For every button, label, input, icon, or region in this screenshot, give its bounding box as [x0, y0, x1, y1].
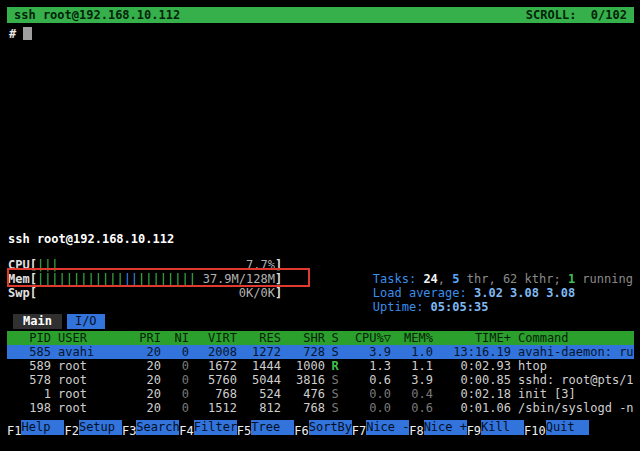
cell-ni: 0 [161, 359, 189, 373]
cell-res: 1272 [237, 345, 281, 359]
mem-meter: Mem[||||||||||||||||||||||37.9M/128M] [7, 272, 307, 286]
cell-shr: 728 [281, 345, 325, 359]
cell-pri: 20 [127, 401, 161, 415]
table-row[interactable]: 1 root 20 0 768 524 476 S 0.0 0.4 0:02.1… [7, 387, 634, 401]
table-header-row[interactable]: PID USER PRI NI VIRT RES SHR S CPU%▽ MEM… [7, 331, 634, 345]
cell-ni: 0 [161, 387, 189, 401]
fkey-action: Quit [546, 420, 589, 435]
header-pri[interactable]: PRI [127, 331, 161, 345]
cell-ni: 0 [161, 373, 189, 387]
prompt-symbol: # [9, 27, 16, 41]
cell-cpu: 3.9 [345, 345, 391, 359]
cell-virt: 768 [189, 387, 237, 401]
table-row[interactable]: 589 root 20 0 1672 1444 1000 R 1.3 1.1 0… [7, 359, 634, 373]
cell-time: 13:16.19 [433, 345, 511, 359]
header-user[interactable]: USER [51, 331, 127, 345]
fkey-kill[interactable]: F9Kill [467, 420, 524, 435]
header-virt[interactable]: VIRT [189, 331, 237, 345]
table-row-selected[interactable]: 585 avahi 20 0 2008 1272 728 S 3.9 1.0 1… [7, 345, 634, 359]
cell-virt: 1512 [189, 401, 237, 415]
cell-ni: 0 [161, 345, 189, 359]
fkey-tree[interactable]: F5Tree [237, 420, 294, 435]
header-state[interactable]: S [325, 331, 345, 345]
header-mem[interactable]: MEM% [391, 331, 433, 345]
cell-res: 5044 [237, 373, 281, 387]
fkey-search[interactable]: F3Search [122, 420, 179, 435]
table-row[interactable]: 578 root 20 0 5760 5044 3816 S 0.6 3.9 0… [7, 373, 634, 387]
fkey-label: F3 [122, 424, 136, 438]
cell-pri: 20 [127, 387, 161, 401]
cell-cpu: 0.0 [345, 401, 391, 415]
cell-command: init [3] [511, 387, 634, 401]
cell-pid: 589 [7, 359, 51, 373]
bracket: ] [275, 258, 282, 272]
cell-cpu: 0.6 [345, 373, 391, 387]
bracket: ] [275, 286, 282, 300]
tab-io[interactable]: I/O [67, 314, 105, 329]
cell-pid: 578 [7, 373, 51, 387]
cell-res: 812 [237, 401, 281, 415]
shell-prompt[interactable]: # [9, 26, 32, 41]
fkey-action: Setup [79, 420, 122, 435]
swap-meter-value: 0K/0K [239, 286, 275, 300]
uptime-label: Uptime: [373, 300, 431, 314]
cpu-meter-value: 7.7% [246, 258, 275, 272]
cell-cpu: 1.3 [345, 359, 391, 373]
cell-command: /sbin/syslogd -n [511, 401, 634, 415]
header-cpu-sort[interactable]: CPU%▽ [345, 331, 391, 345]
fkey-quit[interactable]: F10Quit [524, 420, 589, 435]
header-command[interactable]: Command [511, 331, 634, 345]
fkey-action: Nice + [424, 420, 467, 435]
header-ni[interactable]: NI [161, 331, 189, 345]
fkey-label: F9 [467, 424, 481, 438]
header-time[interactable]: TIME+ [433, 331, 511, 345]
fkey-label: F10 [524, 424, 546, 438]
bottom-pane: ssh root@192.168.10.112 CPU[|||7.7%] Tas… [7, 231, 634, 415]
cell-time: 0:02.93 [433, 359, 511, 373]
tab-main[interactable]: Main [13, 314, 62, 329]
running-suffix: running [575, 272, 633, 286]
fkey-action: SortBy [309, 420, 352, 435]
cpu-meter-label: CPU [8, 258, 30, 272]
cell-pid: 1 [7, 387, 51, 401]
fkey-sortby[interactable]: F6SortBy [294, 420, 351, 435]
fkey-action: Nice - [366, 420, 409, 435]
header-shr[interactable]: SHR [281, 331, 325, 345]
load-average-stat: Load average: 3.02 3.08 3.08 [307, 272, 575, 286]
cell-time: 0:01.06 [433, 401, 511, 415]
load-5min: 3.08 [510, 286, 546, 300]
cell-pri: 20 [127, 373, 161, 387]
header-pid[interactable]: PID [7, 331, 51, 345]
text-cursor [23, 27, 32, 40]
cell-pri: 20 [127, 359, 161, 373]
mem-meter-label: Mem [8, 272, 30, 286]
fkey-filter[interactable]: F4Filter [179, 420, 236, 435]
header-res[interactable]: RES [237, 331, 281, 345]
cpu-meter-line: CPU[|||7.7%] Tasks: 24, 5 thr, 62 kthr; … [7, 258, 634, 272]
cell-user: root [51, 373, 127, 387]
cell-virt: 1672 [189, 359, 237, 373]
fkey-label: F1 [7, 424, 21, 438]
cell-res: 524 [237, 387, 281, 401]
cpu-meter: CPU[|||7.7%] [7, 258, 307, 272]
mem-bar-used: |||||||||||| [37, 272, 124, 286]
cpu-meter-bar: ||| [37, 258, 59, 272]
swap-meter: Swp[0K/0K] [7, 286, 307, 300]
fkey-label: F4 [179, 424, 193, 438]
fkey-nice-plus[interactable]: F8Nice + [409, 420, 466, 435]
table-row[interactable]: 198 root 20 0 1512 812 768 S 0.0 0.6 0:0… [7, 401, 634, 415]
cell-user: root [51, 401, 127, 415]
fkey-label: F8 [409, 424, 423, 438]
cell-shr: 3816 [281, 373, 325, 387]
cell-ni: 0 [161, 401, 189, 415]
uptime-value: 05:05:35 [431, 300, 489, 314]
fkey-nice-minus[interactable]: F7Nice - [352, 420, 409, 435]
fkey-help[interactable]: F1Help [7, 420, 64, 435]
bracket: ] [275, 272, 282, 286]
fkey-action: Filter [194, 420, 237, 435]
cell-pid: 198 [7, 401, 51, 415]
mem-bar-cache: |||||||| [138, 272, 196, 286]
cell-state: S [325, 401, 345, 415]
fkey-label: F6 [294, 424, 308, 438]
fkey-setup[interactable]: F2Setup [64, 420, 121, 435]
